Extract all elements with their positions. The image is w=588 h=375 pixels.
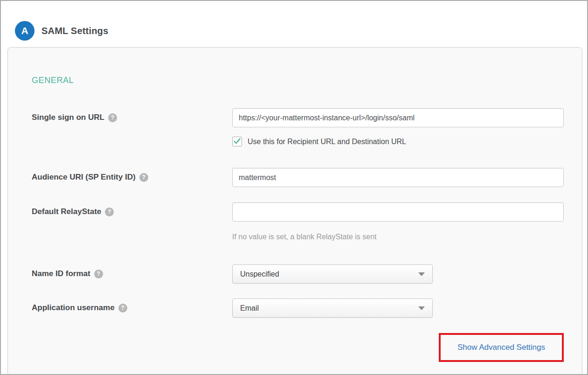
application-username-label: Application username xyxy=(32,303,115,312)
application-username-row: Application username ? Email xyxy=(32,299,582,318)
dropdown-arrow-icon xyxy=(418,272,425,276)
help-icon[interactable]: ? xyxy=(118,304,127,312)
recipient-url-checkbox-row: Use this for Recipient URL and Destinati… xyxy=(232,137,582,146)
help-icon[interactable]: ? xyxy=(105,208,114,216)
name-id-format-row: Name ID format ? Unspecified xyxy=(32,264,582,284)
audience-uri-label: Audience URI (SP Entity ID) xyxy=(32,173,136,182)
sso-url-input[interactable] xyxy=(232,108,564,127)
red-highlight-box: Show Advanced Settings xyxy=(439,333,564,362)
saml-settings-panel: GENERAL Single sign on URL ? Use this fo… xyxy=(7,47,582,375)
checkmark-icon xyxy=(234,138,241,144)
name-id-format-label: Name ID format xyxy=(32,269,90,278)
default-relaystate-row: Default RelayState ? If no value is set,… xyxy=(32,202,582,264)
show-advanced-settings-link[interactable]: Show Advanced Settings xyxy=(457,343,545,352)
help-icon[interactable]: ? xyxy=(108,113,117,122)
recipient-url-checkbox-label[interactable]: Use this for Recipient URL and Destinati… xyxy=(248,138,406,146)
section-title-general: GENERAL xyxy=(32,76,582,85)
recipient-url-checkbox[interactable] xyxy=(232,137,242,146)
application-username-value: Email xyxy=(240,304,259,312)
saml-settings-screen: A SAML Settings GENERAL Single sign on U… xyxy=(0,0,588,375)
audience-uri-row: Audience URI (SP Entity ID) ? xyxy=(32,168,582,187)
application-username-select[interactable]: Email xyxy=(232,299,433,318)
header: A SAML Settings xyxy=(1,1,587,46)
help-icon[interactable]: ? xyxy=(94,270,103,278)
sso-url-row: Single sign on URL ? xyxy=(32,108,582,127)
default-relaystate-input[interactable] xyxy=(232,202,564,222)
step-a-badge: A xyxy=(15,21,35,41)
sso-url-label: Single sign on URL xyxy=(32,113,104,122)
audience-uri-input[interactable] xyxy=(232,168,564,187)
help-icon[interactable]: ? xyxy=(139,173,148,182)
dropdown-arrow-icon xyxy=(418,306,425,310)
name-id-format-select[interactable]: Unspecified xyxy=(232,264,433,284)
page-title: SAML Settings xyxy=(42,26,108,36)
relaystate-helper-text: If no value is set, a blank RelayState i… xyxy=(232,233,582,241)
name-id-format-value: Unspecified xyxy=(240,270,279,278)
default-relaystate-label: Default RelayState xyxy=(32,207,101,216)
